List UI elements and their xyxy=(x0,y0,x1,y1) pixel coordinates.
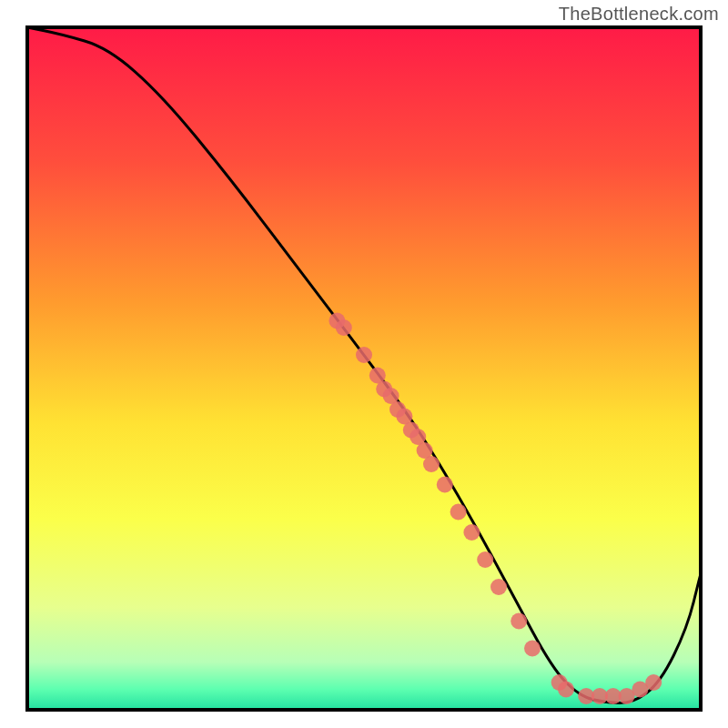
marker-point xyxy=(463,524,480,541)
bottleneck-chart xyxy=(0,0,728,728)
watermark-text: TheBottleneck.com xyxy=(559,4,719,25)
marker-point xyxy=(437,477,453,493)
marker-point xyxy=(524,641,541,657)
marker-point xyxy=(450,504,467,521)
marker-point xyxy=(490,579,507,595)
chart-frame: TheBottleneck.com xyxy=(0,0,728,728)
marker-point xyxy=(511,613,527,630)
plot-background xyxy=(27,27,701,710)
marker-point xyxy=(645,674,662,691)
marker-point xyxy=(356,347,372,363)
marker-point xyxy=(423,456,440,472)
marker-point xyxy=(558,682,574,698)
marker-point xyxy=(336,319,352,336)
marker-point xyxy=(477,551,493,568)
